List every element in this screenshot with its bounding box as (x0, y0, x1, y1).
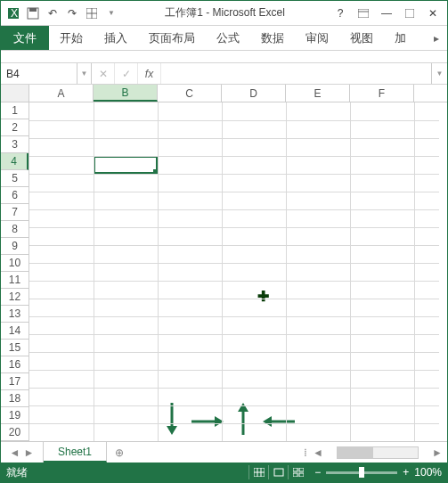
row-header-8[interactable]: 8 (1, 221, 29, 238)
row-header-6[interactable]: 6 (1, 187, 29, 204)
row-header-3[interactable]: 3 (1, 136, 29, 153)
minimize-icon[interactable]: — (376, 4, 397, 22)
normal-view-icon[interactable] (248, 465, 268, 479)
row-header-10[interactable]: 10 (1, 255, 29, 272)
tab-view[interactable]: 视图 (339, 26, 384, 50)
save-icon[interactable] (24, 4, 42, 22)
spreadsheet-grid: A B C D E F 1 2 3 4 5 6 7 8 9 10 11 12 1… (1, 85, 447, 441)
grid-icon[interactable] (83, 4, 101, 22)
nav-prev-icon[interactable]: ◄ (10, 446, 20, 459)
row-header-11[interactable]: 11 (1, 272, 29, 289)
zoom-out-button[interactable]: − (314, 466, 321, 479)
expand-formula-bar-icon[interactable]: ▼ (431, 63, 447, 84)
ribbon-body (1, 51, 447, 63)
svg-text:X: X (11, 7, 18, 20)
arrow-up-icon (234, 401, 252, 437)
ribbon-display-icon[interactable] (353, 4, 374, 22)
row-header-2[interactable]: 2 (1, 119, 29, 136)
zoom-control: − + 100% (314, 466, 442, 479)
row-header-7[interactable]: 7 (1, 204, 29, 221)
enter-icon[interactable]: ✓ (115, 63, 138, 84)
cancel-icon[interactable]: ✕ (92, 63, 115, 84)
row-header-1[interactable]: 1 (1, 102, 29, 119)
tab-insert[interactable]: 插入 (94, 26, 138, 50)
col-header-B[interactable]: B (94, 85, 158, 102)
name-box-dropdown-icon[interactable]: ▼ (77, 63, 92, 84)
scroll-right-icon[interactable]: ► (431, 446, 444, 459)
svg-rect-25 (293, 473, 297, 477)
select-all-corner[interactable] (1, 85, 29, 102)
svg-rect-23 (293, 468, 297, 471)
file-tab[interactable]: 文件 (1, 26, 49, 50)
excel-icon[interactable]: X (4, 4, 22, 22)
tab-page-layout[interactable]: 页面布局 (138, 26, 206, 50)
page-break-view-icon[interactable] (288, 465, 307, 479)
row-header-20[interactable]: 20 (1, 424, 29, 441)
tab-addins[interactable]: 加 (384, 26, 417, 50)
svg-rect-3 (29, 8, 37, 12)
zoom-in-button[interactable]: + (403, 466, 409, 479)
selected-cell[interactable] (94, 156, 158, 174)
zoom-thumb[interactable] (359, 467, 364, 478)
status-ready: 就绪 (6, 465, 248, 480)
scroll-left-icon[interactable]: ◄ (312, 446, 324, 459)
cursor-crosshair-icon: ✚ (257, 288, 269, 305)
cells-area[interactable]: ✚ (29, 102, 447, 441)
horizontal-scrollbar[interactable]: ⁞ ◄ ► (296, 442, 447, 463)
qat-dropdown-icon[interactable]: ▼ (102, 4, 120, 22)
col-header-C[interactable]: C (158, 85, 222, 102)
svg-rect-24 (299, 468, 304, 471)
view-buttons (248, 465, 307, 479)
scroll-resize-icon[interactable]: ⁞ (299, 446, 312, 459)
zoom-slider[interactable] (326, 471, 397, 474)
window-title: 工作簿1 - Microsoft Excel (120, 5, 330, 20)
sheet-nav-buttons[interactable]: ◄ ► (1, 442, 44, 463)
close-icon[interactable]: ✕ (422, 4, 444, 22)
undo-icon[interactable]: ↶ (44, 4, 61, 22)
tab-review[interactable]: 审阅 (295, 26, 339, 50)
row-header-15[interactable]: 15 (1, 340, 29, 356)
col-header-F[interactable]: F (350, 85, 414, 102)
sheet-tab-1[interactable]: Sheet1 (44, 442, 107, 463)
scroll-track[interactable] (337, 446, 419, 459)
col-header-A[interactable]: A (29, 85, 94, 102)
quick-access-toolbar: X ↶ ↷ ▼ (4, 4, 120, 22)
row-header-13[interactable]: 13 (1, 306, 29, 323)
sheet-tab-bar: ◄ ► Sheet1 ⊕ ⁞ ◄ ► (1, 441, 447, 463)
row-header-12[interactable]: 12 (1, 289, 29, 306)
column-headers: A B C D E F (1, 85, 447, 102)
redo-icon[interactable]: ↷ (63, 4, 81, 22)
page-layout-view-icon[interactable] (268, 465, 288, 479)
maximize-icon[interactable] (399, 4, 420, 22)
arrow-down-icon (163, 401, 181, 437)
grid-body: 1 2 3 4 5 6 7 8 9 10 11 12 13 14 15 16 1… (1, 102, 447, 441)
tab-data[interactable]: 数据 (250, 26, 295, 50)
tab-formulas[interactable]: 公式 (206, 26, 250, 50)
row-header-14[interactable]: 14 (1, 323, 29, 340)
row-headers: 1 2 3 4 5 6 7 8 9 10 11 12 13 14 15 16 1… (1, 102, 29, 441)
nav-next-icon[interactable]: ► (24, 446, 35, 459)
row-header-18[interactable]: 18 (1, 390, 29, 407)
zoom-level[interactable]: 100% (414, 466, 442, 479)
row-header-5[interactable]: 5 (1, 170, 29, 187)
title-bar: X ↶ ↷ ▼ 工作簿1 - Microsoft Excel ? — ✕ (1, 1, 447, 26)
svg-rect-9 (405, 9, 414, 18)
scroll-thumb[interactable] (338, 447, 373, 458)
add-sheet-button[interactable]: ⊕ (107, 442, 132, 463)
formula-bar: B4 ▼ ✕ ✓ fx ▼ (1, 63, 447, 85)
row-header-17[interactable]: 17 (1, 373, 29, 390)
col-header-E[interactable]: E (286, 85, 350, 102)
help-icon[interactable]: ? (330, 4, 351, 22)
fx-button[interactable]: fx (138, 63, 161, 84)
name-box[interactable]: B4 (1, 63, 77, 84)
formula-input[interactable] (161, 63, 431, 84)
col-header-D[interactable]: D (222, 85, 286, 102)
row-header-19[interactable]: 19 (1, 407, 29, 424)
svg-marker-17 (263, 416, 272, 427)
row-header-4[interactable]: 4 (1, 153, 29, 170)
ribbon-collapse-icon[interactable]: ▸ (426, 26, 447, 50)
svg-rect-26 (299, 473, 304, 477)
tab-home[interactable]: 开始 (49, 26, 94, 50)
row-header-16[interactable]: 16 (1, 356, 29, 373)
row-header-9[interactable]: 9 (1, 238, 29, 255)
